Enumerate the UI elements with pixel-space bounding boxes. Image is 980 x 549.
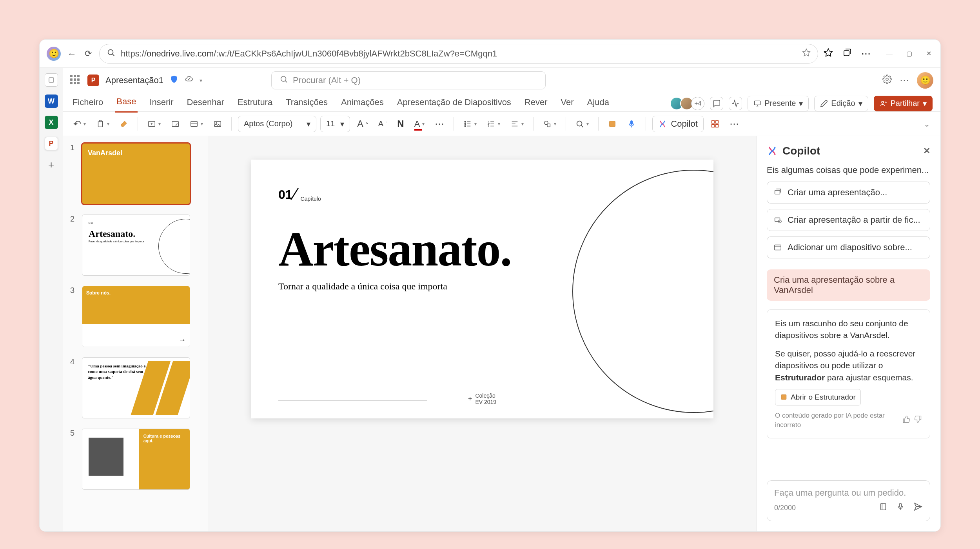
- shield-icon[interactable]: [170, 75, 178, 86]
- profile-avatar[interactable]: 🙂: [47, 47, 61, 61]
- slide-panel[interactable]: 1 VanArsdel 2 01/ Artesanato. Fazer da q…: [63, 136, 208, 531]
- thumb-5-preview[interactable]: Cultura e pessoas aqui.: [82, 429, 190, 490]
- comments-icon[interactable]: [710, 97, 723, 110]
- svg-point-3: [281, 76, 286, 82]
- font-color-button[interactable]: A▾: [411, 116, 428, 132]
- format-painter-button[interactable]: [116, 116, 131, 132]
- maximize-button[interactable]: ▢: [904, 49, 914, 58]
- slide-canvas[interactable]: 01 ∕ Capítulo Artesanato. Tornar a quali…: [208, 136, 756, 531]
- tab-rever[interactable]: Rever: [523, 95, 549, 112]
- activity-icon[interactable]: [729, 97, 742, 110]
- picture-button[interactable]: [210, 116, 225, 132]
- collections-icon[interactable]: [842, 48, 852, 60]
- bold-button[interactable]: N: [394, 116, 407, 132]
- thumb-5[interactable]: 5 Cultura e pessoas aqui.: [70, 429, 201, 490]
- layout-button[interactable]: ▾: [187, 116, 206, 132]
- settings-icon[interactable]: [882, 75, 892, 86]
- thumb-4[interactable]: 4 "Uma pessoa sem imaginação é como uma …: [70, 357, 201, 418]
- new-slide-button[interactable]: ▾: [144, 116, 164, 132]
- svg-rect-22: [712, 120, 714, 123]
- bullets-button[interactable]: ▾: [460, 116, 480, 132]
- send-icon[interactable]: [913, 502, 923, 514]
- share-button[interactable]: Partilhar ▾: [874, 96, 933, 111]
- tab-inserir[interactable]: Inserir: [148, 95, 175, 112]
- find-button[interactable]: ▾: [572, 116, 592, 132]
- app-launcher-icon[interactable]: [70, 75, 81, 86]
- minimize-button[interactable]: —: [885, 49, 894, 58]
- mic-icon[interactable]: [896, 502, 905, 513]
- tab-desenhar[interactable]: Desenhar: [185, 95, 226, 112]
- address-bar[interactable]: https://onedrive.live.com/:w:/t/EaCKkPs6…: [99, 44, 818, 64]
- editing-mode-button[interactable]: Edição ▾: [814, 96, 868, 111]
- copilot-input[interactable]: Faça uma pergunta ou um pedido. 0/2000: [767, 480, 930, 521]
- svg-rect-12: [191, 121, 198, 126]
- tab-apresentacao[interactable]: Apresentação de Diapositivos: [396, 95, 513, 112]
- thumb-1-preview[interactable]: VanArsdel: [82, 143, 190, 204]
- thumb-3[interactable]: 3 Sobre nós. →: [70, 286, 201, 347]
- search-input[interactable]: Procurar (Alt + Q): [271, 71, 546, 89]
- shrink-font-button[interactable]: Aˇ: [375, 116, 390, 132]
- reuse-slides-button[interactable]: [168, 116, 183, 132]
- thumb-2-preview[interactable]: 01/ Artesanato. Fazer da qualidade a úni…: [82, 215, 190, 276]
- font-size-select[interactable]: 11▾: [320, 116, 350, 132]
- open-designer-button[interactable]: Abrir o Estruturador: [775, 389, 861, 405]
- presence-avatars[interactable]: +4: [673, 97, 704, 110]
- doc-dropdown-icon[interactable]: ▾: [200, 77, 202, 84]
- cloud-sync-icon[interactable]: [185, 75, 193, 86]
- numbering-button[interactable]: ▾: [484, 116, 503, 132]
- thumb-2[interactable]: 2 01/ Artesanato. Fazer da qualidade a ú…: [70, 215, 201, 276]
- tab-ver[interactable]: Ver: [559, 95, 575, 112]
- copilot-suggestion-3[interactable]: Adicionar um diapositivo sobre...: [767, 236, 930, 258]
- more-browser-icon[interactable]: ⋯: [861, 48, 871, 59]
- designer-button[interactable]: [605, 116, 620, 132]
- font-family-select[interactable]: Aptos (Corpo)▾: [238, 116, 316, 132]
- more-commands-button[interactable]: ⋯: [726, 116, 742, 132]
- refresh-button[interactable]: ⟳: [83, 48, 94, 59]
- account-avatar[interactable]: 🙂: [917, 72, 933, 89]
- rail-excel-icon[interactable]: X: [45, 116, 58, 129]
- back-button[interactable]: ←: [66, 48, 77, 59]
- tab-estrutura[interactable]: Estrutura: [236, 95, 274, 112]
- thumbs-down-icon[interactable]: [914, 415, 922, 426]
- rail-word-icon[interactable]: W: [45, 95, 58, 108]
- paste-button[interactable]: ▾: [93, 116, 113, 132]
- copilot-ribbon-button[interactable]: Copilot: [652, 116, 703, 132]
- tab-animacoes[interactable]: Animações: [339, 95, 385, 112]
- grid-view-button[interactable]: [708, 116, 722, 132]
- collapse-ribbon-button[interactable]: ⌄: [920, 116, 933, 132]
- shapes-button[interactable]: ▾: [540, 116, 559, 132]
- current-slide[interactable]: 01 ∕ Capítulo Artesanato. Tornar a quali…: [251, 160, 713, 418]
- document-name[interactable]: Apresentação1: [105, 75, 163, 85]
- star-icon[interactable]: [802, 48, 811, 59]
- thumb-1[interactable]: 1 VanArsdel: [70, 143, 201, 204]
- svg-point-6: [882, 101, 884, 103]
- tab-base[interactable]: Base: [115, 94, 138, 113]
- rail-powerpoint-icon[interactable]: P: [45, 137, 58, 150]
- svg-rect-26: [775, 191, 780, 194]
- tab-ficheiro[interactable]: Ficheiro: [71, 95, 105, 112]
- office-rail: W X P +: [40, 68, 63, 531]
- rail-home-icon[interactable]: [45, 73, 58, 87]
- tab-ajuda[interactable]: Ajuda: [586, 95, 611, 112]
- tab-transicoes[interactable]: Transições: [284, 95, 329, 112]
- undo-button[interactable]: ↶▾: [70, 116, 89, 132]
- thumb-3-preview[interactable]: Sobre nós. →: [82, 286, 190, 347]
- thumbs-up-icon[interactable]: [902, 415, 910, 426]
- copilot-suggestion-1[interactable]: Criar uma apresentação...: [767, 182, 930, 204]
- suggestion-book-icon[interactable]: [879, 502, 887, 513]
- align-button[interactable]: ▾: [507, 116, 527, 132]
- present-button[interactable]: Presente ▾: [748, 96, 809, 111]
- rail-add-icon[interactable]: +: [45, 158, 58, 171]
- favorites-icon[interactable]: [824, 48, 833, 60]
- more-font-button[interactable]: ⋯: [432, 116, 447, 132]
- dictate-button[interactable]: [624, 116, 639, 132]
- slide-circle-decoration: [572, 170, 713, 413]
- more-app-icon[interactable]: ⋯: [900, 75, 909, 86]
- copilot-close-button[interactable]: ✕: [923, 146, 930, 156]
- close-button[interactable]: ✕: [924, 49, 933, 58]
- slides-icon: [773, 188, 782, 197]
- copilot-suggestion-2[interactable]: Criar apresentação a partir de fic...: [767, 209, 930, 231]
- presence-more[interactable]: +4: [691, 97, 704, 110]
- thumb-4-preview[interactable]: "Uma pessoa sem imaginação é como uma sa…: [82, 357, 190, 418]
- grow-font-button[interactable]: A^: [354, 116, 371, 132]
